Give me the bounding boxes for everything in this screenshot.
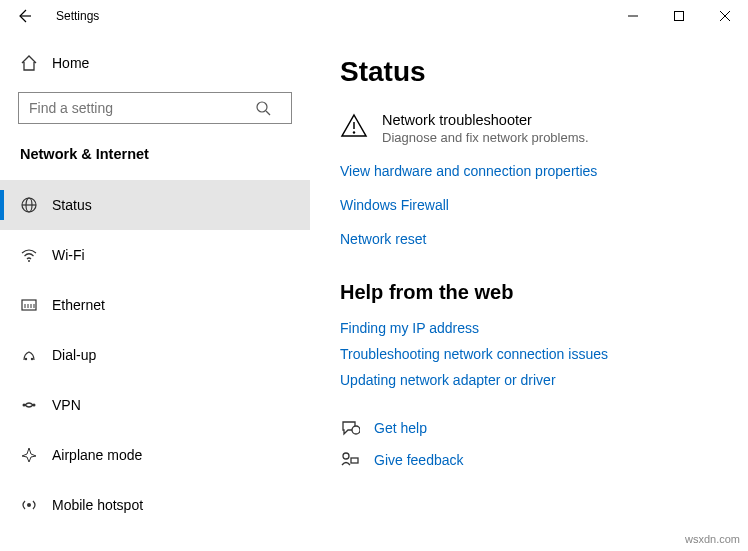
svg-point-24 xyxy=(343,453,349,459)
home-label: Home xyxy=(52,55,89,71)
titlebar: Settings xyxy=(0,0,748,32)
get-help-label: Get help xyxy=(374,420,427,436)
sidebar-item-ethernet[interactable]: Ethernet xyxy=(0,280,310,330)
svg-rect-25 xyxy=(351,458,358,463)
sidebar-item-label: Wi-Fi xyxy=(52,247,85,263)
hotspot-icon xyxy=(20,496,38,514)
dialup-icon xyxy=(20,346,38,364)
troubleshooter-title: Network troubleshooter xyxy=(382,112,589,128)
sidebar-item-label: Dial-up xyxy=(52,347,96,363)
help-link-ip[interactable]: Finding my IP address xyxy=(340,320,724,336)
sidebar-item-wifi[interactable]: Wi-Fi xyxy=(0,230,310,280)
window-controls xyxy=(610,0,748,32)
category-heading: Network & Internet xyxy=(0,142,310,180)
give-feedback-link[interactable]: Give feedback xyxy=(340,450,724,470)
feedback-icon xyxy=(340,450,360,470)
help-heading: Help from the web xyxy=(340,281,724,304)
help-link-troubleshoot[interactable]: Troubleshooting network connection issue… xyxy=(340,346,724,362)
sidebar: Home Network & Internet Status Wi-Fi Eth… xyxy=(0,32,310,551)
sidebar-item-label: VPN xyxy=(52,397,81,413)
airplane-icon xyxy=(20,446,38,464)
svg-point-22 xyxy=(353,131,355,133)
maximize-button[interactable] xyxy=(656,0,702,32)
ethernet-icon xyxy=(20,296,38,314)
wifi-icon xyxy=(20,246,38,264)
search-icon xyxy=(255,100,291,116)
network-troubleshooter[interactable]: Network troubleshooter Diagnose and fix … xyxy=(340,112,724,145)
sidebar-item-airplane[interactable]: Airplane mode xyxy=(0,430,310,480)
search-box[interactable] xyxy=(18,92,292,124)
sidebar-item-label: Status xyxy=(52,197,92,213)
link-windows-firewall[interactable]: Windows Firewall xyxy=(340,197,724,213)
back-button[interactable] xyxy=(0,0,48,32)
svg-point-20 xyxy=(27,503,31,507)
sidebar-item-status[interactable]: Status xyxy=(0,180,310,230)
sidebar-item-dialup[interactable]: Dial-up xyxy=(0,330,310,380)
main-content: Status Network troubleshooter Diagnose a… xyxy=(310,32,748,551)
svg-point-5 xyxy=(257,102,267,112)
troubleshooter-subtitle: Diagnose and fix network problems. xyxy=(382,130,589,145)
vpn-icon xyxy=(20,396,38,414)
sidebar-item-label: Ethernet xyxy=(52,297,105,313)
help-link-driver[interactable]: Updating network adapter or driver xyxy=(340,372,724,388)
sidebar-item-vpn[interactable]: VPN xyxy=(0,380,310,430)
sidebar-item-label: Mobile hotspot xyxy=(52,497,143,513)
watermark: wsxdn.com xyxy=(685,533,740,545)
link-network-reset[interactable]: Network reset xyxy=(340,231,724,247)
svg-point-10 xyxy=(28,260,30,262)
svg-point-17 xyxy=(31,358,33,360)
search-input[interactable] xyxy=(19,100,255,116)
window-title: Settings xyxy=(48,9,99,23)
home-nav[interactable]: Home xyxy=(0,46,310,86)
get-help-link[interactable]: Get help xyxy=(340,418,724,438)
sidebar-item-hotspot[interactable]: Mobile hotspot xyxy=(0,480,310,530)
link-hardware-properties[interactable]: View hardware and connection properties xyxy=(340,163,724,179)
close-button[interactable] xyxy=(702,0,748,32)
warning-icon xyxy=(340,112,368,145)
svg-rect-2 xyxy=(675,12,684,21)
svg-point-16 xyxy=(25,358,27,360)
globe-icon xyxy=(20,196,38,214)
page-title: Status xyxy=(340,56,724,88)
minimize-button[interactable] xyxy=(610,0,656,32)
svg-point-23 xyxy=(352,426,360,434)
give-feedback-label: Give feedback xyxy=(374,452,464,468)
chat-icon xyxy=(340,418,360,438)
sidebar-item-label: Airplane mode xyxy=(52,447,142,463)
home-icon xyxy=(20,54,38,72)
svg-line-6 xyxy=(266,111,270,115)
